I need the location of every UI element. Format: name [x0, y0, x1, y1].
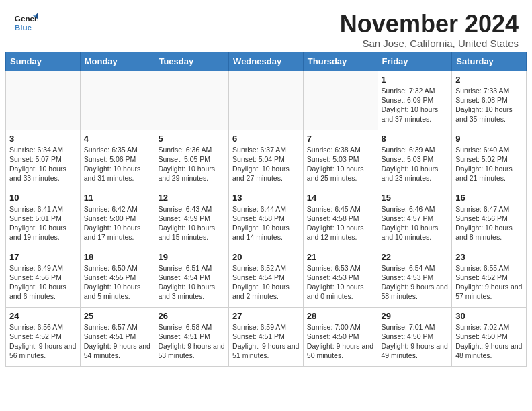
day-cell: 1Sunrise: 7:32 AM Sunset: 6:09 PM Daylig…	[378, 71, 452, 130]
header-saturday: Saturday	[452, 52, 527, 71]
day-info: Sunrise: 6:43 AM Sunset: 4:59 PM Dayligh…	[158, 204, 225, 242]
day-cell	[303, 71, 378, 130]
day-number: 1	[382, 75, 449, 85]
day-cell: 5Sunrise: 6:36 AM Sunset: 5:05 PM Daylig…	[154, 130, 229, 189]
week-row-1: 3Sunrise: 6:34 AM Sunset: 5:07 PM Daylig…	[6, 130, 527, 189]
day-info: Sunrise: 6:41 AM Sunset: 5:01 PM Dayligh…	[9, 204, 77, 242]
day-number: 12	[158, 193, 225, 203]
day-number: 20	[232, 252, 300, 262]
day-number: 15	[382, 193, 449, 203]
day-info: Sunrise: 6:49 AM Sunset: 4:56 PM Dayligh…	[9, 263, 77, 302]
day-cell: 2Sunrise: 7:33 AM Sunset: 6:08 PM Daylig…	[452, 71, 527, 130]
day-info: Sunrise: 6:56 AM Sunset: 4:52 PM Dayligh…	[9, 322, 77, 361]
day-cell: 6Sunrise: 6:37 AM Sunset: 5:04 PM Daylig…	[229, 130, 304, 189]
day-number: 16	[455, 193, 523, 203]
day-number: 7	[307, 134, 374, 144]
day-cell: 16Sunrise: 6:47 AM Sunset: 4:56 PM Dayli…	[452, 189, 527, 248]
day-cell: 30Sunrise: 7:02 AM Sunset: 4:50 PM Dayli…	[452, 307, 527, 366]
day-info: Sunrise: 6:40 AM Sunset: 5:02 PM Dayligh…	[455, 145, 523, 183]
day-number: 29	[382, 311, 449, 321]
month-title: November 2024	[340, 11, 519, 38]
svg-text:Blue: Blue	[15, 23, 32, 32]
title-block: November 2024 San Jose, California, Unit…	[340, 11, 519, 49]
day-number: 28	[307, 311, 374, 321]
day-number: 30	[455, 311, 523, 321]
day-info: Sunrise: 6:54 AM Sunset: 4:53 PM Dayligh…	[382, 263, 449, 302]
day-number: 5	[158, 134, 225, 144]
day-cell: 4Sunrise: 6:35 AM Sunset: 5:06 PM Daylig…	[80, 130, 154, 189]
day-info: Sunrise: 6:34 AM Sunset: 5:07 PM Dayligh…	[9, 145, 77, 183]
day-number: 11	[84, 193, 151, 203]
day-cell: 20Sunrise: 6:52 AM Sunset: 4:54 PM Dayli…	[229, 248, 304, 307]
day-info: Sunrise: 6:47 AM Sunset: 4:56 PM Dayligh…	[455, 204, 523, 242]
day-number: 18	[84, 252, 151, 262]
day-cell: 22Sunrise: 6:54 AM Sunset: 4:53 PM Dayli…	[378, 248, 452, 307]
day-cell: 12Sunrise: 6:43 AM Sunset: 4:59 PM Dayli…	[154, 189, 229, 248]
day-info: Sunrise: 6:59 AM Sunset: 4:51 PM Dayligh…	[232, 322, 300, 361]
day-cell: 23Sunrise: 6:55 AM Sunset: 4:52 PM Dayli…	[452, 248, 527, 307]
day-info: Sunrise: 6:45 AM Sunset: 4:58 PM Dayligh…	[307, 204, 374, 242]
day-info: Sunrise: 6:55 AM Sunset: 4:52 PM Dayligh…	[455, 263, 523, 302]
day-number: 10	[9, 193, 77, 203]
day-info: Sunrise: 6:44 AM Sunset: 4:58 PM Dayligh…	[232, 204, 300, 242]
day-info: Sunrise: 6:52 AM Sunset: 4:54 PM Dayligh…	[232, 263, 300, 302]
day-number: 21	[307, 252, 374, 262]
location-subtitle: San Jose, California, United States	[340, 38, 519, 49]
day-cell	[229, 71, 304, 130]
day-cell: 29Sunrise: 7:01 AM Sunset: 4:50 PM Dayli…	[378, 307, 452, 366]
week-row-4: 24Sunrise: 6:56 AM Sunset: 4:52 PM Dayli…	[6, 307, 527, 366]
week-row-3: 17Sunrise: 6:49 AM Sunset: 4:56 PM Dayli…	[6, 248, 527, 307]
day-cell: 8Sunrise: 6:39 AM Sunset: 5:03 PM Daylig…	[378, 130, 452, 189]
day-number: 13	[232, 193, 300, 203]
day-number: 17	[9, 252, 77, 262]
day-info: Sunrise: 6:35 AM Sunset: 5:06 PM Dayligh…	[84, 145, 151, 183]
header-sunday: Sunday	[6, 52, 81, 71]
day-number: 8	[382, 134, 449, 144]
day-info: Sunrise: 6:58 AM Sunset: 4:51 PM Dayligh…	[158, 322, 225, 361]
week-row-2: 10Sunrise: 6:41 AM Sunset: 5:01 PM Dayli…	[6, 189, 527, 248]
logo-icon: General Blue	[13, 11, 38, 35]
day-number: 14	[307, 193, 374, 203]
svg-text:General: General	[15, 14, 38, 23]
header-tuesday: Tuesday	[154, 52, 229, 71]
day-number: 26	[158, 311, 225, 321]
calendar-wrapper: Sunday Monday Tuesday Wednesday Thursday…	[0, 52, 532, 372]
logo: General Blue	[13, 11, 38, 35]
day-info: Sunrise: 7:33 AM Sunset: 6:08 PM Dayligh…	[455, 86, 523, 124]
day-cell: 10Sunrise: 6:41 AM Sunset: 5:01 PM Dayli…	[6, 189, 81, 248]
day-info: Sunrise: 7:32 AM Sunset: 6:09 PM Dayligh…	[382, 86, 449, 124]
day-cell: 19Sunrise: 6:51 AM Sunset: 4:54 PM Dayli…	[154, 248, 229, 307]
day-number: 25	[84, 311, 151, 321]
header-wednesday: Wednesday	[229, 52, 304, 71]
day-cell: 27Sunrise: 6:59 AM Sunset: 4:51 PM Dayli…	[229, 307, 304, 366]
day-cell: 28Sunrise: 7:00 AM Sunset: 4:50 PM Dayli…	[303, 307, 378, 366]
day-number: 23	[455, 252, 523, 262]
day-info: Sunrise: 6:36 AM Sunset: 5:05 PM Dayligh…	[158, 145, 225, 183]
day-cell	[80, 71, 154, 130]
header-row: Sunday Monday Tuesday Wednesday Thursday…	[6, 52, 527, 71]
day-number: 9	[455, 134, 523, 144]
day-cell: 18Sunrise: 6:50 AM Sunset: 4:55 PM Dayli…	[80, 248, 154, 307]
day-cell	[6, 71, 81, 130]
header-friday: Friday	[378, 52, 452, 71]
day-info: Sunrise: 6:57 AM Sunset: 4:51 PM Dayligh…	[84, 322, 151, 361]
day-cell: 11Sunrise: 6:42 AM Sunset: 5:00 PM Dayli…	[80, 189, 154, 248]
day-number: 22	[382, 252, 449, 262]
day-cell: 26Sunrise: 6:58 AM Sunset: 4:51 PM Dayli…	[154, 307, 229, 366]
day-cell: 21Sunrise: 6:53 AM Sunset: 4:53 PM Dayli…	[303, 248, 378, 307]
day-info: Sunrise: 6:53 AM Sunset: 4:53 PM Dayligh…	[307, 263, 374, 302]
calendar-table: Sunday Monday Tuesday Wednesday Thursday…	[5, 52, 527, 367]
day-number: 6	[232, 134, 300, 144]
day-info: Sunrise: 6:38 AM Sunset: 5:03 PM Dayligh…	[307, 145, 374, 183]
day-cell: 3Sunrise: 6:34 AM Sunset: 5:07 PM Daylig…	[6, 130, 81, 189]
day-cell: 7Sunrise: 6:38 AM Sunset: 5:03 PM Daylig…	[303, 130, 378, 189]
calendar-header: Sunday Monday Tuesday Wednesday Thursday…	[6, 52, 527, 71]
header-thursday: Thursday	[303, 52, 378, 71]
day-number: 24	[9, 311, 77, 321]
day-info: Sunrise: 6:42 AM Sunset: 5:00 PM Dayligh…	[84, 204, 151, 242]
day-number: 19	[158, 252, 225, 262]
day-info: Sunrise: 6:50 AM Sunset: 4:55 PM Dayligh…	[84, 263, 151, 302]
day-cell	[154, 71, 229, 130]
day-info: Sunrise: 6:37 AM Sunset: 5:04 PM Dayligh…	[232, 145, 300, 183]
header-monday: Monday	[80, 52, 154, 71]
